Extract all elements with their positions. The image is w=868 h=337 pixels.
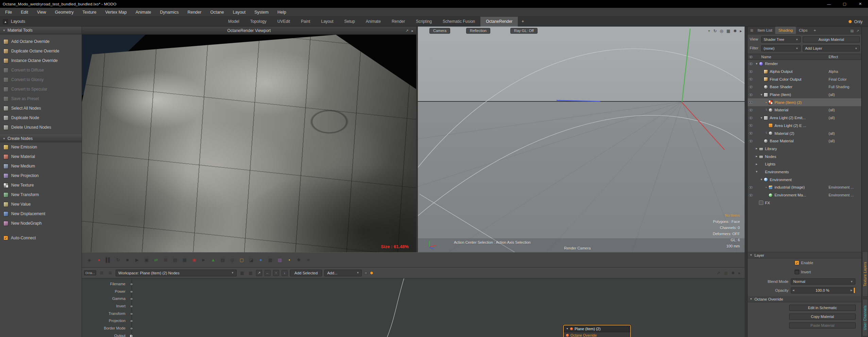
opacity-stepper[interactable]: ◀ 100.0 % ▶ — [791, 287, 855, 293]
row-effect[interactable]: (all) — [829, 131, 835, 135]
reflection-tab[interactable]: Reflection — [466, 28, 490, 34]
shader-row-environment-material[interactable]: Environment Ma...Environment ... — [748, 191, 861, 199]
octane-override-header[interactable]: ▼ Octane Override — [748, 296, 861, 302]
collapse-triangle-icon[interactable]: ▼ — [566, 327, 568, 330]
gray-indicator-icon[interactable] — [364, 271, 368, 275]
perspective-3d-viewport[interactable]: Camera Reflection Ray GL: Off + ↻ ◎ ▦ ✱ … — [418, 27, 745, 252]
filter-dropdown[interactable]: (none) ▼ — [761, 45, 801, 51]
shader-row-base-material[interactable]: Base Material(all) — [748, 137, 861, 145]
eye-icon[interactable] — [748, 109, 754, 111]
shader-row-nodes[interactable]: ►Nodes — [748, 153, 861, 160]
texture-layers-vertical-tab[interactable]: Texture Layers — [862, 251, 868, 297]
gear-icon[interactable]: ✱ — [733, 29, 737, 33]
layouts-up-icon[interactable]: ▲ — [3, 19, 8, 25]
tab-schematic-fusion[interactable]: Schematic Fusion — [437, 17, 480, 27]
close-button[interactable]: ✕ — [852, 0, 868, 8]
node-header[interactable]: ▼ Plane (Item) (2) — [564, 325, 630, 332]
render-camera-label[interactable]: Render Camera — [564, 246, 591, 250]
tab-shading[interactable]: Shading — [775, 27, 796, 34]
blend-mode-dropdown[interactable]: Normal ▼ — [791, 278, 855, 285]
shader-row-base-shader[interactable]: Base ShaderFull Shading — [748, 83, 861, 91]
panel-grid-icon[interactable]: ⊞ — [749, 27, 754, 34]
menu-texture[interactable]: Texture — [78, 8, 101, 17]
output-socket[interactable]: Output — [82, 332, 132, 337]
pattern-icon[interactable]: ▦ — [248, 270, 254, 276]
schematic-canvas[interactable]: Filename Power Gamma Invert Transform Pr… — [82, 278, 745, 337]
create-new-displacement[interactable]: New Displacement — [0, 209, 82, 219]
shader-row-environment[interactable]: ▼Environment — [748, 176, 861, 183]
menu-dynamics[interactable]: Dynamics — [156, 8, 183, 17]
input-power[interactable]: Power — [82, 288, 132, 295]
row-effect[interactable]: Alpha — [829, 69, 838, 74]
add-layer-dropdown[interactable]: Add Layer ▼ — [803, 45, 860, 51]
panel-grid-icon[interactable]: ⊞ — [161, 256, 169, 264]
shade-icon[interactable]: ▨ — [276, 256, 283, 264]
arrow-down-icon[interactable]: ↓ — [282, 270, 288, 276]
eye-icon[interactable] — [748, 140, 754, 142]
list-icon[interactable]: ≡ — [304, 256, 312, 264]
gear-icon[interactable]: ✱ — [295, 256, 302, 264]
tool-duplicate-octane-override[interactable]: Duplicate Octane Override — [0, 46, 82, 56]
create-nodes-header[interactable]: ▼ Create Nodes — [0, 135, 82, 142]
copy-material-button[interactable]: Copy Material — [789, 314, 856, 320]
camera-tab[interactable]: Camera — [429, 28, 450, 34]
arrow-left-icon[interactable]: ← — [265, 270, 271, 276]
refresh-icon[interactable]: ↻ — [713, 29, 717, 33]
input-filename[interactable]: Filename — [82, 280, 132, 288]
globe-icon[interactable]: ● — [257, 256, 264, 264]
shader-row-plane-2-selected[interactable]: •Plane (Item) (2) — [748, 98, 861, 106]
shader-row-alpha-output[interactable]: Alpha OutputAlpha — [748, 68, 861, 76]
shader-row-material-2[interactable]: └Material (2)(all) — [748, 129, 861, 137]
shader-row-industrial-image[interactable]: +industrial (Image)Environment ... — [748, 183, 861, 191]
crosshair-icon[interactable]: + — [708, 29, 710, 33]
menu-file[interactable]: File — [1, 8, 16, 17]
expander-icon[interactable]: ▼ — [754, 170, 759, 173]
expand-icon[interactable]: ↗ — [405, 29, 408, 33]
tool-add-octane-override[interactable]: Add Octane Override — [0, 37, 82, 46]
view-mode-dropdown[interactable]: Shader Tree ▼ — [761, 36, 801, 43]
tab-item-list[interactable]: Item List — [754, 27, 775, 34]
eye-icon[interactable] — [748, 70, 754, 73]
create-new-emission[interactable]: New Emission — [0, 142, 82, 152]
pattern-icon[interactable]: ▦ — [239, 270, 245, 276]
shader-row-environments[interactable]: ▼Environments — [748, 168, 861, 176]
transform-tool-icon[interactable]: ◈ — [85, 256, 93, 264]
input-gamma[interactable]: Gamma — [82, 295, 132, 303]
layer-section-header[interactable]: ▼ Layer — [748, 252, 861, 258]
tab-setup[interactable]: Setup — [339, 17, 360, 27]
sync-arrows-icon[interactable]: ⇄ — [152, 256, 159, 264]
grid-toggle-icon[interactable]: ▦ — [727, 29, 730, 33]
increment-arrow-icon[interactable]: ▶ — [849, 289, 854, 292]
edit-in-schematic-button[interactable]: Edit in Schematic — [789, 305, 856, 311]
play-icon[interactable]: ▶ — [133, 256, 140, 264]
tool-duplicate-node[interactable]: Duplicate Node — [0, 113, 82, 123]
opacity-value[interactable]: 100.0 % — [796, 288, 849, 292]
mesh-grid-icon[interactable]: ▦ — [181, 256, 188, 264]
create-new-projection[interactable]: New Projection — [0, 171, 82, 180]
row-effect[interactable]: Environment ... — [829, 185, 854, 189]
minimize-button[interactable]: — — [821, 0, 837, 8]
arrow-up-icon[interactable]: ↑ — [273, 270, 279, 276]
gear-icon[interactable]: ✱ — [731, 271, 735, 275]
invert-checkbox[interactable] — [795, 270, 799, 274]
menu-animate[interactable]: Animate — [131, 8, 156, 17]
zoom-icon[interactable]: ◎ — [724, 271, 727, 275]
expander-icon[interactable]: ▼ — [759, 93, 764, 96]
menu-vertex-map[interactable]: Vertex Map — [101, 8, 131, 17]
shader-row-area-light[interactable]: ▼Area Light (2) Emit...(all) — [748, 114, 861, 122]
octane-render-viewport[interactable]: OctaneRender Viewport ↗ ▸ Size : 61.48% — [82, 27, 416, 252]
record-icon[interactable]: ◉ — [190, 256, 198, 264]
layout-grid-icon[interactable]: ⊞ — [99, 270, 105, 276]
expander-icon[interactable]: ► — [754, 147, 759, 150]
maximize-button[interactable]: ▢ — [837, 0, 852, 8]
add-selected-button[interactable]: Add Selected — [290, 270, 322, 276]
row-effect[interactable]: Environment ... — [829, 193, 854, 197]
node-subrow[interactable]: Octane Override — [564, 332, 630, 337]
flag-icon[interactable]: ▲ — [209, 256, 217, 264]
shader-row-render[interactable]: ▼Render — [748, 60, 861, 68]
menu-edit[interactable]: Edit — [16, 8, 33, 17]
input-transform[interactable]: Transform — [82, 310, 132, 318]
tool-select-all-nodes[interactable]: Select All Nodes — [0, 103, 82, 113]
workspace-dropdown[interactable]: Workspace: Plane (Item) (2) Nodes ▼ — [116, 270, 237, 276]
eye-icon[interactable] — [748, 186, 754, 189]
